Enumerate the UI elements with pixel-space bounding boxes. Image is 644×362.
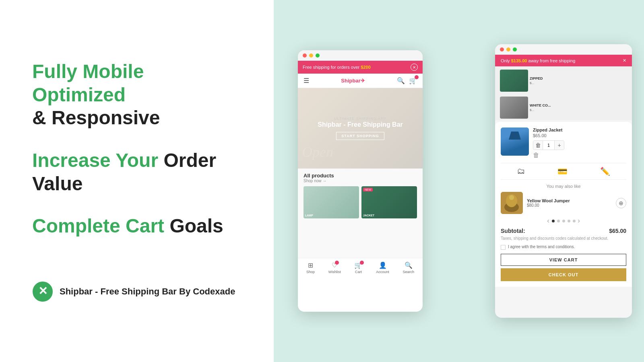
terms-text: I agree with the terms and conditions. (508, 245, 575, 249)
bottom-nav-shop[interactable]: ⊞ Shop (306, 261, 315, 274)
hero-subtitle: Ultimate shipping app (318, 117, 403, 121)
account-icon: 👤 (379, 261, 387, 269)
also-like-add-button[interactable]: ⊕ (616, 198, 626, 208)
qty-decrease-button[interactable]: 🗑 (533, 141, 543, 150)
products-grid: LAMP NEW JACKET (303, 186, 417, 218)
product-thumb-2[interactable]: NEW JACKET (361, 186, 417, 218)
product-thumb-1[interactable]: LAMP (303, 186, 359, 218)
hamburger-icon[interactable]: ☰ (303, 77, 309, 84)
bg-white-label: WHITE CO... (530, 103, 627, 107)
left-nav-logo: Shipbar✈ (341, 78, 365, 84)
device-left: Free shipping for orders over $200 ✕ ☰ S… (298, 50, 423, 312)
dot-red-left (303, 53, 307, 58)
bottom-nav-account[interactable]: 👤 Account (376, 261, 389, 274)
also-like-item: Yellow Wool Jumper $80.00 ⊕ (501, 192, 626, 214)
cart-item-image (501, 128, 529, 156)
left-shipping-close[interactable]: ✕ (411, 64, 418, 71)
bg-item-white (500, 97, 528, 119)
cart-item-info: Zipped Jacket $65.00 🗑 1 + 🗑 (533, 128, 626, 159)
dot-yellow-left (309, 53, 313, 58)
dot-green-left (316, 53, 320, 58)
cart-shipping-close[interactable]: ✕ (623, 58, 626, 63)
terms-checkbox[interactable] (501, 245, 506, 250)
cart-item-name: Zipped Jacket (533, 128, 626, 132)
cart-drawer: Zipped Jacket $65.00 🗑 1 + 🗑 🗂 💳 ✏️ You … (495, 122, 632, 287)
cart-count-badge (360, 261, 364, 265)
subtotal-row: Subtotal: $65.00 (501, 228, 626, 234)
dot-green-right (513, 47, 517, 51)
headline-3-green: Complete Cart (32, 215, 164, 237)
wishlist-icon-wrapper: ♡ (332, 261, 337, 269)
view-cart-button[interactable]: VIEW CART (501, 254, 626, 266)
products-section: All products Shop now → LAMP NEW JACKET (298, 169, 423, 258)
bottom-nav-shop-label: Shop (306, 270, 315, 274)
bottom-nav-wishlist[interactable]: ♡ Wishlist (328, 261, 341, 274)
products-header: All products (303, 173, 417, 179)
brand-logo-icon: ✕ (32, 281, 53, 302)
quantity-control: 🗑 1 + (533, 140, 564, 150)
hero-start-shopping-button[interactable]: START SHOPPING (336, 132, 384, 140)
dot-1[interactable] (552, 220, 555, 222)
action-icons-row: 🗂 💳 ✏️ (501, 163, 626, 180)
headline-1: Fully Mobile Optimized & Responsive (32, 60, 242, 130)
left-shipping-bar: Free shipping for orders over $200 ✕ (298, 61, 423, 74)
hero-title: Shipbar - Free Shipping Bar (318, 121, 403, 129)
window-chrome-left (298, 50, 423, 61)
cart-item-price: $65.00 (533, 133, 626, 138)
shop-icon: ⊞ (308, 261, 313, 269)
bg-item-jacket (500, 70, 528, 92)
product-label-1: LAMP (305, 214, 313, 217)
bottom-nav-cart-label: Cart (355, 270, 362, 274)
cart-action-icon-3[interactable]: ✏️ (600, 167, 610, 176)
products-sub[interactable]: Shop now → (303, 179, 417, 183)
dot-5[interactable] (573, 220, 576, 222)
delete-button[interactable]: 🗑 (533, 152, 626, 159)
hero-content: Ultimate shipping app Shipbar - Free Shi… (318, 117, 403, 140)
bottom-nav-wishlist-label: Wishlist (328, 270, 341, 274)
also-like-info: Yellow Wool Jumper $80.00 (527, 198, 612, 208)
also-like-name: Yellow Wool Jumper (527, 198, 612, 203)
bg-white-price: $... (530, 108, 627, 112)
bg-zipped-label: ZIPPED (530, 76, 627, 80)
headline-3-black: Goals (169, 215, 223, 237)
cart-icon-wrapper[interactable]: 🛒 (409, 77, 417, 84)
device-right: Only $135.00 away from free shipping ✕ Z… (495, 44, 632, 318)
search-icon[interactable]: 🔍 (397, 77, 405, 84)
cart-icon-bottom-wrapper: 🛒 (354, 261, 362, 269)
subtotal-label: Subtotal: (501, 228, 525, 234)
headline-2-green: Increase Your (32, 150, 158, 171)
also-like-price: $80.00 (527, 203, 612, 208)
also-like-image (501, 192, 523, 214)
svg-text:✕: ✕ (38, 285, 47, 297)
next-arrow[interactable]: › (578, 217, 580, 224)
bottom-nav-search[interactable]: 🔍 Search (403, 261, 415, 274)
dots-navigation: ‹ › (501, 217, 626, 224)
dot-2[interactable] (557, 220, 560, 222)
cart-shipping-bar: Only $135.00 away from free shipping ✕ (495, 55, 632, 66)
left-nav-icons: 🔍 🛒 (397, 77, 417, 84)
dot-4[interactable] (568, 220, 570, 222)
qty-value: 1 (543, 143, 554, 148)
cart-shipping-text: Only $135.00 away from free shipping (501, 58, 575, 63)
dot-3[interactable] (562, 220, 565, 222)
bottom-nav-account-label: Account (376, 270, 389, 274)
cart-action-icon-2[interactable]: 💳 (557, 167, 568, 176)
bottom-nav-search-label: Search (403, 270, 415, 274)
headline-3: Complete Cart Goals (32, 214, 242, 238)
left-shipping-text: Free shipping for orders over $200 (303, 65, 371, 70)
search-icon-bottom: 🔍 (405, 261, 413, 269)
checkout-button[interactable]: CHECK OUT (501, 268, 626, 281)
bg-zipped-price: $... (530, 81, 627, 85)
product-label-2: JACKET (363, 214, 374, 217)
brand-name: Shipbar - Free Shipping Bar By Codexade (60, 286, 235, 297)
product-tag-2: NEW (363, 188, 373, 191)
headline-1-black: & Responsive (32, 107, 160, 128)
bottom-nav-cart[interactable]: 🛒 Cart (354, 261, 362, 274)
qty-increase-button[interactable]: + (554, 141, 564, 150)
headline-1-green: Fully Mobile Optimized (32, 61, 144, 105)
prev-arrow[interactable]: ‹ (547, 217, 549, 224)
tax-note: Taxes, shipping and discounts codes calc… (501, 236, 626, 241)
cart-action-icon-1[interactable]: 🗂 (517, 167, 525, 176)
left-nav-bar: ☰ Shipbar✈ 🔍 🛒 (298, 74, 423, 88)
terms-row: I agree with the terms and conditions. (501, 245, 626, 250)
